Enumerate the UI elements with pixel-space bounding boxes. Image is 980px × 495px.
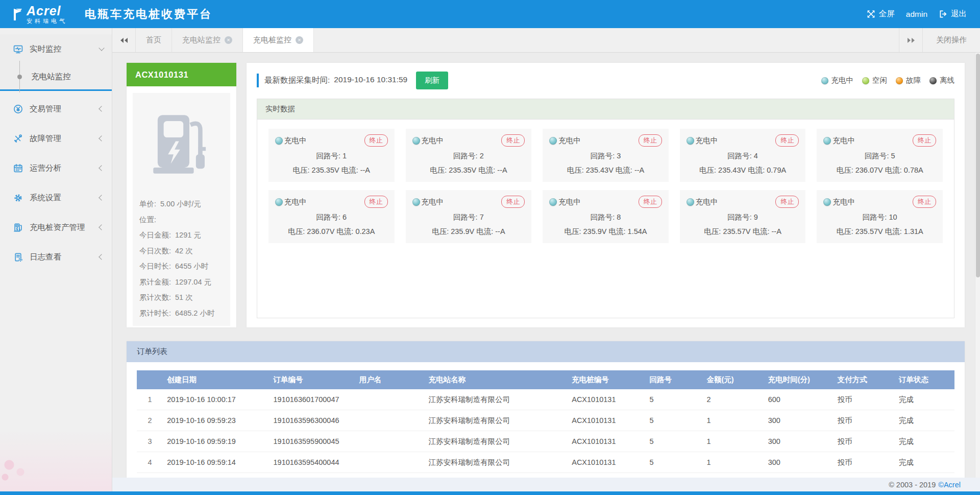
bottom-strip [0, 491, 980, 495]
sidebar-group: 交易管理 [0, 94, 112, 124]
status-dot-icon [549, 198, 557, 206]
sidebar-item-实时监控[interactable]: 实时监控 [0, 34, 112, 64]
table-row[interactable]: 32019-10-16 09:59:191910163595900045江苏安科… [137, 431, 954, 452]
circuit-number: 回路号: 4 [687, 151, 799, 161]
cell: 1910163595900045 [270, 431, 355, 452]
username: admin [906, 10, 927, 19]
scrollbar-thumb[interactable] [976, 54, 980, 277]
cell: 江苏安科瑞制造有限公司 [425, 410, 568, 431]
legend-item-fault: 故障 [896, 76, 921, 85]
cell: 5 [645, 431, 702, 452]
cell: 1 [703, 431, 764, 452]
tabs-scroll-right-button[interactable] [899, 28, 922, 52]
cell: ACX1010131 [568, 431, 645, 452]
col-充电时间(分): 充电时间(分) [764, 370, 834, 389]
sidebar-item-交易管理[interactable]: 交易管理 [0, 94, 112, 124]
cell: 2019-10-16 09:59:14 [163, 452, 269, 473]
cell: 1 [703, 452, 764, 473]
cell: 完成 [895, 473, 954, 478]
sidebar-subitem-充电站监控[interactable]: 充电站监控 [0, 64, 112, 89]
cell [355, 431, 425, 452]
sidebar-item-日志查看[interactable]: 日志查看 [0, 242, 112, 272]
chevron-left-icon [99, 135, 104, 141]
cell: 2019-10-16 09:59:19 [163, 431, 269, 452]
fullscreen-button[interactable]: 全屏 [867, 9, 895, 19]
status-dot-icon [412, 198, 420, 206]
terminate-button[interactable]: 终止 [639, 196, 662, 208]
sidebar-item-系统设置[interactable]: 系统设置 [0, 183, 112, 213]
table-row[interactable]: 42019-10-16 09:59:141910163595400044江苏安科… [137, 452, 954, 473]
close-operations-button[interactable]: 关闭操作 [922, 28, 980, 52]
circuit-card-top: 充电中终止 [275, 196, 388, 208]
refresh-button[interactable]: 刷新 [416, 72, 448, 89]
sidebar-item-label: 运营分析 [30, 163, 100, 174]
col-金额(元): 金额(元) [703, 370, 764, 389]
legend-item-charging: 充电中 [821, 76, 854, 85]
orders-panel: 订单列表 创建日期订单编号用户名充电站名称充电桩编号回路号金额(元)充电时间(分… [127, 341, 965, 478]
chevron-left-icon [99, 224, 104, 230]
circuit-card-top: 充电中终止 [412, 134, 525, 147]
cell: 5 [645, 452, 702, 473]
cell: 江苏安科瑞制造有限公司 [425, 452, 568, 473]
tab-close-icon[interactable]: × [296, 36, 303, 44]
cell: 1 [703, 410, 764, 431]
cell: 300 [764, 473, 834, 478]
sidebar-item-label: 日志查看 [30, 252, 100, 263]
terminate-button[interactable]: 终止 [639, 134, 662, 147]
cell: ACX1010131 [568, 410, 645, 431]
terminate-button[interactable]: 终止 [501, 134, 525, 147]
terminate-button[interactable]: 终止 [913, 196, 936, 208]
terminate-button[interactable]: 终止 [775, 196, 799, 208]
double-right-arrow-icon [906, 37, 916, 43]
terminate-button[interactable]: 终止 [364, 134, 388, 147]
col-用户名: 用户名 [355, 370, 425, 389]
terminate-button[interactable]: 终止 [501, 196, 525, 208]
chevron-left-icon [99, 254, 104, 260]
circuit-number: 回路号: 3 [549, 151, 662, 161]
cell: 600 [764, 389, 834, 410]
device-stat-row: 今日次数:42 次 [139, 243, 224, 259]
sidebar-item-运营分析[interactable]: 运营分析 [0, 153, 112, 183]
monitor-toolbar: 最新数据采集时间: 2019-10-16 10:31:59 刷新 充电中空闲故障… [257, 72, 954, 89]
tab-首页[interactable]: 首页 [136, 28, 172, 52]
cell: 5 [645, 410, 702, 431]
table-row[interactable]: 12019-10-16 10:00:171910163601700047江苏安科… [137, 389, 954, 410]
brand-link[interactable]: ©Acrel [938, 481, 961, 489]
terminate-button[interactable]: 终止 [364, 196, 388, 208]
sidebar-group: 运营分析 [0, 153, 112, 183]
terminate-button[interactable]: 终止 [775, 134, 799, 147]
device-stat-row: 累计次数:51 次 [139, 290, 224, 305]
current-user[interactable]: admin [906, 10, 927, 19]
monitor-panel: 最新数据采集时间: 2019-10-16 10:31:59 刷新 充电中空闲故障… [247, 63, 965, 327]
chevron-left-icon [99, 195, 104, 200]
sidebar-item-故障管理[interactable]: 故障管理 [0, 124, 112, 153]
stat-label: 累计次数: [139, 290, 171, 305]
sidebar-item-充电桩资产管理[interactable]: 充电桩资产管理 [0, 213, 112, 242]
cell-rownum: 1 [137, 389, 163, 410]
cell: 投币 [834, 431, 895, 452]
legend-item-offline: 离线 [929, 76, 954, 85]
cell: 1910163585500043 [270, 473, 355, 478]
circuit-number: 回路号: 10 [823, 213, 936, 222]
sidebar: 实时监控充电站监控交易管理故障管理运营分析系统设置充电桩资产管理日志查看 [0, 28, 112, 491]
device-id: ACX1010131 [127, 63, 236, 86]
status-dot-icon [412, 137, 420, 145]
circuit-status: 充电中 [422, 197, 444, 207]
tab-充电站监控[interactable]: 充电站监控× [172, 28, 243, 52]
circuit-voltage-current: 电压: 235.9V 电流: --A [412, 227, 525, 237]
table-row[interactable]: 22019-10-16 09:59:231910163596300046江苏安科… [137, 410, 954, 431]
cell: 江苏安科瑞制造有限公司 [425, 473, 568, 478]
tab-close-icon[interactable]: × [225, 36, 232, 44]
chevron-left-icon [99, 165, 104, 171]
terminate-button[interactable]: 终止 [913, 134, 936, 147]
tabs-scroll-left-button[interactable] [112, 28, 136, 52]
stat-label: 今日时长: [139, 258, 171, 274]
logout-button[interactable]: 退出 [939, 9, 967, 19]
table-row[interactable]: 52019-10-16 09:57:351910163585500043江苏安科… [137, 473, 954, 478]
status-dot-icon [275, 137, 283, 145]
stat-label: 今日次数: [139, 243, 171, 259]
orders-rows: 12019-10-16 10:00:171910163601700047江苏安科… [137, 389, 954, 478]
vertical-scrollbar[interactable] [975, 53, 980, 478]
circuit-number: 回路号: 1 [275, 151, 388, 161]
tab-充电桩监控[interactable]: 充电桩监控× [243, 28, 314, 52]
